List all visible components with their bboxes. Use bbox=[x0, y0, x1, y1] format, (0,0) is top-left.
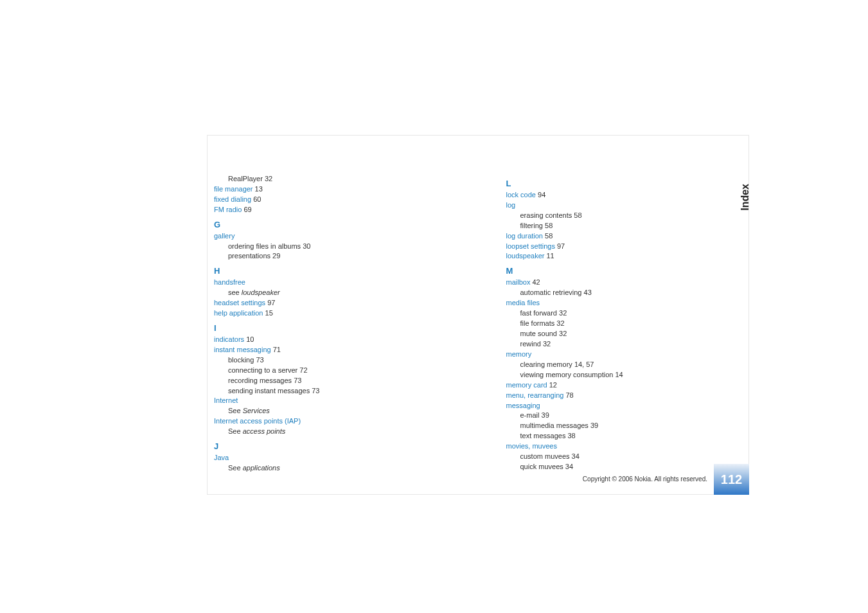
page-ref: 58 bbox=[545, 222, 553, 229]
page-ref: 14 bbox=[615, 371, 623, 378]
topic-log: log bbox=[506, 200, 715, 211]
entry-mf-mute: mute sound 32 bbox=[506, 329, 715, 339]
entry-text: file formats bbox=[520, 319, 555, 327]
topic-handsfree: handsfree bbox=[214, 278, 423, 288]
entry-text: rewind bbox=[520, 340, 541, 348]
topic-text: lock code bbox=[506, 191, 536, 199]
topic-lock-code: lock code 94 bbox=[506, 190, 715, 200]
topic-text: headset settings bbox=[214, 299, 265, 306]
entry-text: multimedia messages bbox=[520, 422, 589, 429]
entry-text: sending instant messages bbox=[228, 387, 310, 395]
see-target: loudspeaker bbox=[242, 289, 280, 296]
topic-media-files: media files bbox=[506, 298, 715, 308]
see-text: See bbox=[228, 464, 243, 472]
entry-text: e-mail bbox=[520, 411, 540, 419]
topic-fm-radio: FM radio 69 bbox=[214, 205, 423, 215]
topic-text: file manager bbox=[214, 185, 253, 193]
entry-text: quick muvees bbox=[520, 463, 563, 470]
see-target: Services bbox=[243, 407, 270, 414]
page-ref: 72 bbox=[299, 366, 307, 374]
topic-text: menu, rearranging bbox=[506, 391, 564, 399]
topic-text: FM radio bbox=[214, 206, 242, 213]
page-ref: 73 bbox=[294, 377, 301, 384]
entry-text: fast forward bbox=[520, 309, 557, 317]
see-target: applications bbox=[243, 464, 280, 472]
topic-text: media files bbox=[506, 299, 540, 306]
entry-log-filtering: filtering 58 bbox=[506, 221, 715, 231]
entry-msg-text: text messages 38 bbox=[506, 431, 715, 441]
page-ref: 71 bbox=[273, 346, 281, 353]
entry-mailbox-auto: automatic retrieving 43 bbox=[506, 288, 715, 298]
topic-indicators: indicators 10 bbox=[214, 335, 423, 345]
page-ref: 30 bbox=[303, 242, 310, 250]
page-ref: 43 bbox=[584, 289, 592, 296]
topic-java: Java bbox=[214, 453, 423, 463]
see-text: see bbox=[228, 289, 242, 296]
entry-text: filtering bbox=[520, 222, 543, 229]
page-ref: 69 bbox=[244, 206, 251, 213]
topic-help-application: help application 15 bbox=[214, 308, 423, 319]
page-ref: 29 bbox=[272, 252, 280, 260]
entry-handsfree-see: see loudspeaker bbox=[214, 288, 423, 298]
topic-text: Internet bbox=[214, 396, 238, 404]
entry-msg-mms: multimedia messages 39 bbox=[506, 421, 715, 431]
entry-im-connecting: connecting to a server 72 bbox=[214, 366, 423, 376]
entry-mem-clearing: clearing memory 14, 57 bbox=[506, 360, 715, 370]
page-ref: 78 bbox=[565, 391, 573, 399]
entry-text: mute sound bbox=[520, 330, 557, 337]
copyright-text: Copyright © 2006 Nokia. All rights reser… bbox=[583, 475, 707, 483]
entry-text: clearing memory bbox=[520, 360, 572, 368]
topic-memory: memory bbox=[506, 350, 715, 360]
topic-log-duration: log duration 58 bbox=[506, 231, 715, 242]
entry-gallery-ordering: ordering files in albums 30 bbox=[214, 242, 423, 252]
section-H: H bbox=[214, 265, 423, 278]
entry-msg-email: e-mail 39 bbox=[506, 411, 715, 421]
page-ref: 32 bbox=[265, 175, 272, 182]
side-label: Index bbox=[740, 184, 751, 211]
entry-text: viewing memory consumption bbox=[520, 371, 614, 378]
page-ref: 97 bbox=[267, 299, 275, 306]
entry-realplayer: RealPlayer 32 bbox=[214, 174, 423, 184]
topic-text: instant messaging bbox=[214, 346, 271, 353]
topic-text: messaging bbox=[506, 402, 540, 409]
topic-text: indicators bbox=[214, 335, 244, 343]
topic-headset-settings: headset settings 97 bbox=[214, 298, 423, 308]
topic-text: fixed dialing bbox=[214, 195, 251, 203]
topic-fixed-dialing: fixed dialing 60 bbox=[214, 195, 423, 205]
topic-text: mailbox bbox=[506, 278, 531, 286]
page-ref: 42 bbox=[532, 278, 540, 286]
page-ref: 38 bbox=[567, 432, 575, 440]
topic-text: memory card bbox=[506, 381, 547, 389]
entry-internet-see: See Services bbox=[214, 406, 423, 416]
entry-text: connecting to a server bbox=[228, 366, 297, 374]
page-ref: 39 bbox=[542, 411, 549, 419]
page-number-box: 112 bbox=[714, 464, 749, 495]
entry-mov-quick: quick muvees 34 bbox=[506, 462, 715, 472]
topic-internet: Internet bbox=[214, 396, 423, 406]
entry-mov-custom: custom muvees 34 bbox=[506, 452, 715, 462]
see-target: access points bbox=[243, 427, 286, 435]
page-ref: 10 bbox=[246, 335, 254, 343]
column-2: L lock code 94 log erasing contents 58 f… bbox=[506, 174, 715, 474]
topic-loopset-settings: loopset settings 97 bbox=[506, 242, 715, 252]
entry-mf-rewind: rewind 32 bbox=[506, 339, 715, 350]
page-ref: 32 bbox=[543, 340, 551, 348]
page-ref: 32 bbox=[559, 330, 567, 337]
section-I: I bbox=[214, 323, 423, 335]
page-ref: 32 bbox=[556, 319, 564, 327]
section-G: G bbox=[214, 219, 423, 231]
entry-log-erasing: erasing contents 58 bbox=[506, 211, 715, 221]
entry-text: text messages bbox=[520, 432, 566, 440]
topic-file-manager: file manager 13 bbox=[214, 184, 423, 195]
page-ref: 34 bbox=[572, 452, 580, 460]
page-ref: 73 bbox=[256, 356, 263, 364]
topic-text: help application bbox=[214, 309, 263, 317]
entry-text: custom muvees bbox=[520, 452, 570, 460]
section-J: J bbox=[214, 441, 423, 453]
section-L: L bbox=[506, 178, 715, 190]
topic-text: Internet access points (IAP) bbox=[214, 417, 301, 425]
topic-gallery: gallery bbox=[214, 231, 423, 242]
page-ref: 58 bbox=[545, 232, 553, 240]
topic-instant-messaging: instant messaging 71 bbox=[214, 345, 423, 355]
page-ref: 13 bbox=[255, 185, 263, 193]
